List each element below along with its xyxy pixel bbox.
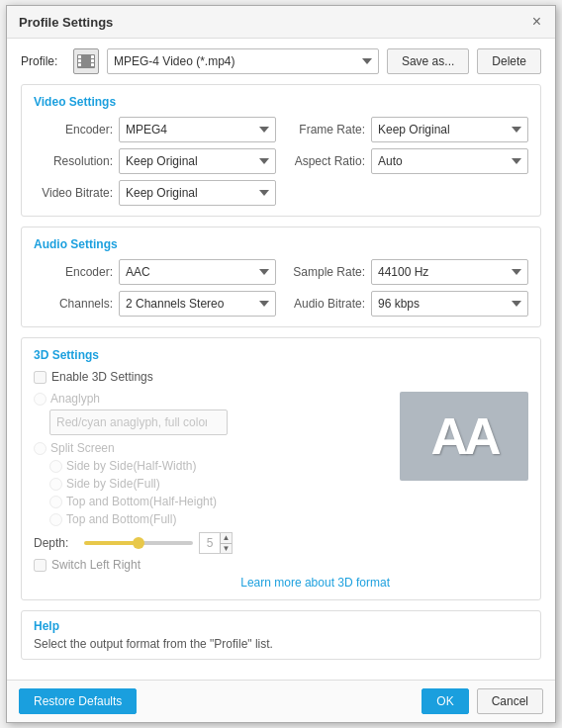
side-by-side-full-option: Side by Side(Full): [49, 477, 390, 491]
ok-button[interactable]: OK: [422, 688, 468, 714]
sample-rate-label: Sample Rate:: [286, 265, 365, 279]
profile-select-wrap: MPEG-4 Video (*.mp4): [107, 48, 379, 74]
frame-rate-field: Frame Rate: Keep Original: [286, 117, 528, 142]
enable-3d-row: Enable 3D Settings: [34, 370, 528, 384]
switch-left-right-checkbox[interactable]: [34, 559, 47, 572]
split-screen-label: Split Screen: [50, 441, 115, 455]
svg-rect-5: [91, 59, 94, 62]
top-bottom-full-label: Top and Bottom(Full): [66, 512, 176, 526]
anaglyph-radio[interactable]: [34, 393, 47, 406]
video-settings-section: Video Settings Encoder: MPEG4 Frame Rate…: [21, 84, 541, 217]
title-bar: Profile Settings ×: [7, 6, 555, 39]
channels-value-wrap: 2 Channels Stereo: [119, 291, 276, 317]
svg-rect-6: [91, 63, 94, 66]
top-bottom-half-option: Top and Bottom(Half-Height): [49, 495, 390, 508]
video-bitrate-select[interactable]: Keep Original: [119, 180, 276, 206]
audio-bitrate-select[interactable]: 96 kbps: [371, 291, 528, 317]
depth-label: Depth:: [34, 536, 78, 550]
depth-row: Depth: 5 ▲ ▼: [34, 532, 390, 554]
depth-down-arrow[interactable]: ▼: [221, 544, 232, 554]
audio-bitrate-label: Audio Bitrate:: [286, 297, 365, 311]
svg-rect-3: [78, 63, 81, 66]
profile-row: Profile: MPEG-4 Video (*.mp4) Save as...: [21, 48, 541, 74]
threed-content: Anaglyph Red/cyan anaglyph, full color S…: [34, 392, 528, 590]
channels-label: Channels:: [34, 297, 113, 311]
split-screen-radio[interactable]: [34, 442, 47, 455]
frame-rate-label: Frame Rate:: [286, 123, 365, 136]
enable-3d-checkbox[interactable]: [34, 371, 47, 384]
top-bottom-half-label: Top and Bottom(Half-Height): [66, 495, 217, 508]
aa-preview: AA: [400, 392, 528, 481]
restore-defaults-button[interactable]: Restore Defaults: [19, 688, 137, 714]
top-bottom-half-radio[interactable]: [49, 496, 62, 508]
learn-more-link[interactable]: Learn more about 3D format: [34, 576, 390, 590]
channels-field: Channels: 2 Channels Stereo: [34, 291, 276, 317]
depth-up-arrow[interactable]: ▲: [221, 533, 232, 544]
side-by-side-full-radio[interactable]: [49, 478, 62, 491]
side-by-side-half-option: Side by Side(Half-Width): [49, 459, 390, 473]
video-bitrate-field: Video Bitrate: Keep Original: [34, 180, 276, 206]
threed-settings-title: 3D Settings: [34, 348, 528, 362]
audio-settings-grid: Encoder: AAC Sample Rate: 44100 Hz: [34, 259, 528, 317]
help-text: Select the output format from the "Profi…: [34, 637, 528, 651]
aspect-ratio-field: Aspect Ratio: Auto: [286, 148, 528, 174]
audio-encoder-select[interactable]: AAC: [119, 259, 276, 285]
anaglyph-type-select[interactable]: Red/cyan anaglyph, full color: [49, 410, 228, 435]
audio-encoder-value-wrap: AAC: [119, 259, 276, 285]
video-settings-title: Video Settings: [34, 95, 528, 109]
anaglyph-select-wrap: Red/cyan anaglyph, full color: [49, 410, 390, 435]
split-screen-sub: Side by Side(Half-Width) Side by Side(Fu…: [49, 459, 390, 526]
threed-left: Anaglyph Red/cyan anaglyph, full color S…: [34, 392, 390, 590]
close-button[interactable]: ×: [530, 14, 543, 30]
switch-left-right-row: Switch Left Right: [34, 558, 390, 572]
split-screen-option: Split Screen: [34, 441, 390, 455]
aspect-ratio-label: Aspect Ratio:: [286, 154, 365, 168]
encoder-label: Encoder:: [34, 123, 113, 136]
encoder-field: Encoder: MPEG4: [34, 117, 276, 142]
audio-settings-title: Audio Settings: [34, 237, 528, 251]
profile-settings-dialog: Profile Settings × Profile: MPEG-4 Vid: [6, 5, 556, 723]
resolution-label: Resolution:: [34, 154, 113, 168]
anaglyph-label: Anaglyph: [50, 392, 100, 406]
side-by-side-half-radio[interactable]: [49, 460, 62, 473]
profile-select[interactable]: MPEG-4 Video (*.mp4): [107, 48, 379, 74]
delete-button[interactable]: Delete: [477, 48, 541, 74]
enable-3d-label: Enable 3D Settings: [51, 370, 153, 384]
top-bottom-full-radio[interactable]: [49, 513, 62, 526]
aspect-ratio-select[interactable]: Auto: [371, 148, 528, 174]
help-section: Help Select the output format from the "…: [21, 610, 541, 660]
depth-slider[interactable]: [84, 541, 193, 545]
depth-value: 5: [200, 533, 220, 553]
cancel-button[interactable]: Cancel: [477, 688, 543, 714]
resolution-value-wrap: Keep Original: [119, 148, 276, 174]
aa-preview-container: AA: [400, 392, 528, 590]
resolution-field: Resolution: Keep Original: [34, 148, 276, 174]
video-settings-grid: Encoder: MPEG4 Frame Rate: Keep Original: [34, 117, 528, 206]
resolution-select[interactable]: Keep Original: [119, 148, 276, 174]
audio-bitrate-field: Audio Bitrate: 96 kbps: [286, 291, 528, 317]
top-bottom-full-option: Top and Bottom(Full): [49, 512, 390, 526]
audio-settings-section: Audio Settings Encoder: AAC Sample Rate:…: [21, 227, 541, 327]
frame-rate-select[interactable]: Keep Original: [371, 117, 528, 142]
audio-encoder-label: Encoder:: [34, 265, 113, 279]
frame-rate-value-wrap: Keep Original: [371, 117, 528, 142]
sample-rate-select[interactable]: 44100 Hz: [371, 259, 528, 285]
profile-label: Profile:: [21, 54, 65, 68]
channels-select[interactable]: 2 Channels Stereo: [119, 291, 276, 317]
spinbox-arrows: ▲ ▼: [220, 533, 232, 553]
svg-rect-4: [91, 55, 94, 58]
side-by-side-half-label: Side by Side(Half-Width): [66, 459, 196, 473]
dialog-footer: Restore Defaults OK Cancel: [7, 680, 555, 722]
dialog-body: Profile: MPEG-4 Video (*.mp4) Save as...: [7, 39, 555, 680]
side-by-side-full-label: Side by Side(Full): [66, 477, 160, 491]
help-title: Help: [34, 619, 528, 633]
save-as-button[interactable]: Save as...: [387, 48, 469, 74]
switch-left-right-label: Switch Left Right: [51, 558, 140, 572]
svg-rect-2: [78, 59, 81, 62]
audio-bitrate-value-wrap: 96 kbps: [371, 291, 528, 317]
threed-settings-section: 3D Settings Enable 3D Settings Anaglyph …: [21, 337, 541, 600]
svg-rect-1: [78, 55, 81, 58]
footer-right: OK Cancel: [422, 688, 543, 714]
sample-rate-field: Sample Rate: 44100 Hz: [286, 259, 528, 285]
encoder-select[interactable]: MPEG4: [119, 117, 276, 142]
